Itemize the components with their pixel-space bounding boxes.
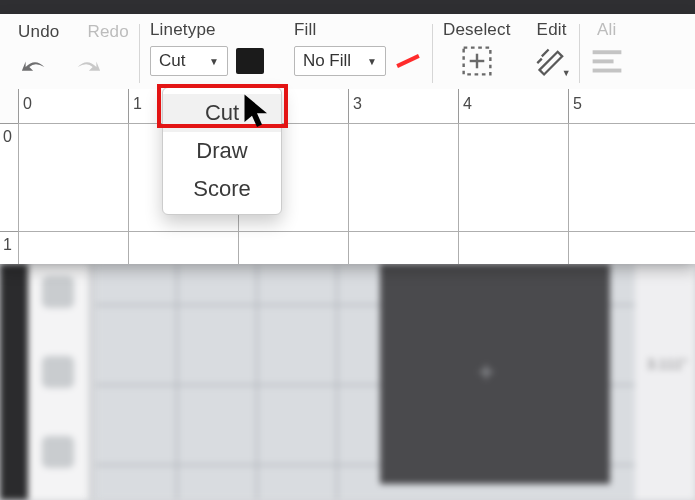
no-fill-icon[interactable] [394,48,422,74]
align-icon [590,46,624,76]
ruler-v-tick: 0 [0,123,18,231]
edit-icon: ▼ [535,46,569,76]
linetype-group: Linetype Cut ▼ [140,20,274,76]
undo-redo-group: Undo Redo [8,20,139,82]
linetype-dropdown: Cut Draw Score [162,87,282,215]
chevron-down-icon: ▼ [367,56,377,67]
ruler-h-tick: 5 [573,95,582,113]
align-group[interactable]: Ali [580,20,634,76]
linetype-select[interactable]: Cut ▼ [150,46,228,76]
edit-group[interactable]: Edit ▼ [525,20,579,76]
linetype-color-swatch[interactable] [236,48,264,74]
ruler-h-tick: 0 [23,95,32,113]
align-label: Ali [597,20,617,40]
editor-panel: Undo Redo Linetype Cut ▼ [0,14,695,264]
ruler-v-tick: 1 [0,231,18,339]
blurred-canvas-background: + 3.111" [0,264,695,500]
ruler-h-tick: 1 [133,95,142,113]
undo-label: Undo [18,22,59,42]
ruler-h-tick: 4 [463,95,472,113]
dropdown-item-cut[interactable]: Cut [163,94,281,132]
deselect-group[interactable]: Deselect [433,20,521,76]
ruler-h-tick: 3 [353,95,362,113]
chevron-down-icon: ▼ [209,56,219,67]
dropdown-item-score[interactable]: Score [163,170,281,208]
title-bar-strip [0,0,695,14]
fill-group: Fill No Fill ▼ [284,20,432,76]
toolbar: Undo Redo Linetype Cut ▼ [0,14,695,89]
fill-selected: No Fill [303,51,351,71]
ruler-vertical: 0 1 [0,123,18,264]
linetype-label: Linetype [150,20,216,40]
deselect-label: Deselect [443,20,511,40]
redo-label: Redo [87,22,128,42]
canvas-grid[interactable] [18,123,695,264]
deselect-icon [460,46,494,76]
dropdown-item-draw[interactable]: Draw [163,132,281,170]
fill-select[interactable]: No Fill ▼ [294,46,386,76]
ruler-horizontal: 0 1 2 3 4 5 [18,89,695,123]
redo-icon[interactable] [70,52,104,82]
undo-icon[interactable] [18,52,52,82]
fill-label: Fill [294,20,317,40]
linetype-selected: Cut [159,51,185,71]
edit-label: Edit [537,20,567,40]
